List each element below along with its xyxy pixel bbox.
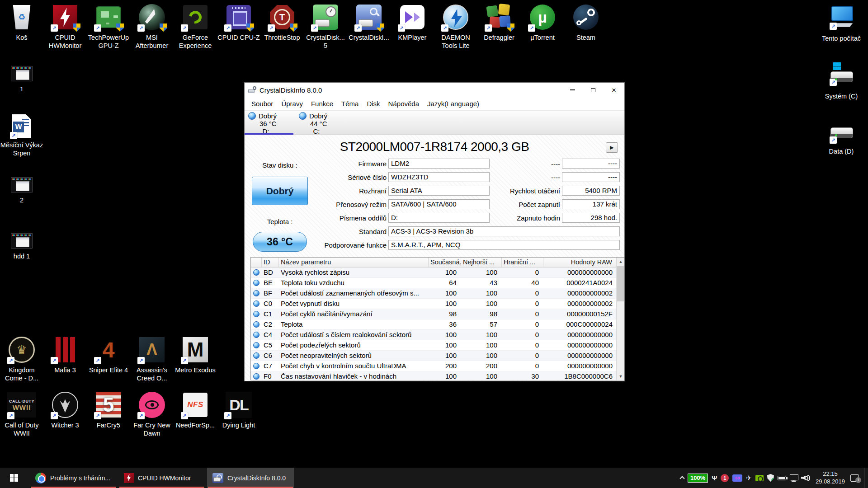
desktop-icon-witcher3[interactable]: ↗ Witcher 3 — [43, 390, 87, 429]
start-button[interactable] — [0, 468, 28, 488]
msi-afterburner-tray-icon[interactable]: ✈ — [746, 474, 752, 482]
desktop-icon-gpuz[interactable]: ↗ TechPowerUp GPU-Z — [87, 3, 130, 50]
desktop-icon-farcry-new-dawn[interactable]: ↗ Far Cry New Dawn — [130, 390, 174, 437]
menu-upravy[interactable]: Úpravy — [277, 98, 307, 109]
power-plug-icon[interactable]: Ψ — [712, 474, 717, 482]
smart-table-row[interactable]: C5 Počet podezřelých sektorů 100 100 0 0… — [251, 340, 616, 351]
table-scrollbar[interactable]: ▲ ▼ — [616, 258, 624, 380]
attr-raw: 000000000000 — [543, 330, 616, 340]
col-id[interactable]: ID — [262, 258, 279, 267]
maximize-button[interactable] — [583, 83, 604, 97]
defender-shield-icon[interactable]: ✓ — [767, 474, 774, 482]
tab-temp: 36 °C — [259, 120, 295, 127]
desktop-icon-cod-wwii[interactable]: CALL·DUTYWWII ↗ Call of Duty WWII — [0, 390, 43, 437]
desktop-icon-utorrent[interactable]: µ ↗ µTorrent — [521, 3, 564, 42]
smart-table-row[interactable]: BF Počet událostí zaznamenaných otřesový… — [251, 288, 616, 299]
desktop-icon-this-pc[interactable]: ↗ Tento počítač — [816, 4, 866, 42]
col-raw[interactable]: Hodnoty RAW — [543, 258, 616, 267]
desktop-icon-daemon-tools[interactable]: ↗ DAEMON Tools Lite — [434, 3, 477, 50]
taskbar-item-hwmonitor[interactable]: CPUID HWMonitor — [118, 468, 205, 488]
attr-threshold: 0 — [502, 330, 543, 340]
col-current[interactable]: Současná... — [429, 258, 461, 267]
desktop-icon-crystaldiskmark[interactable]: ↗ CrystalDisk... 5 — [304, 3, 347, 50]
menu-jazyk[interactable]: Jazyk(Language) — [423, 98, 483, 109]
status-orb-icon — [253, 311, 259, 317]
hidden-icons-chevron-icon[interactable] — [679, 476, 684, 481]
desktop-icon-hdd1[interactable]: hdd 1 — [0, 231, 43, 260]
desktop-icon-word-doc[interactable]: W ↗ Měsíční Výkaz Srpen — [0, 113, 43, 157]
smart-table-row[interactable]: C2 Teplota 36 57 0 000C00000024 — [251, 319, 616, 330]
battery-icon[interactable] — [778, 476, 786, 480]
smart-table-row[interactable]: F0 Čas nastavování hlaviček - v hodinách… — [251, 371, 616, 380]
taskbar-clock[interactable]: 22:15 29.08.2019 — [814, 470, 847, 486]
desktop-icon-farcry5[interactable]: 5 ↗ FarCry5 — [87, 390, 130, 429]
icon-label: 2 — [0, 196, 43, 204]
desktop-icon-system-c[interactable]: ↗ Systém (C) — [816, 61, 866, 100]
desktop-icon-steam[interactable]: Steam — [564, 3, 608, 42]
smart-table-row[interactable]: C1 Počet cyklů načítání/vymazání 98 98 0… — [251, 309, 616, 319]
desktop-icon-screenshot-1[interactable]: 1 — [0, 64, 43, 93]
desktop-icon-crystaldiskinfo[interactable]: ↗ CrystalDiskI... — [347, 3, 391, 42]
desktop-icon-throttlestop[interactable]: T ↗ ThrottleStop — [260, 3, 304, 42]
health-orb-icon — [248, 112, 256, 120]
scrollbar-thumb[interactable] — [617, 266, 624, 301]
smart-table-row[interactable]: C0 Počet vypnutí disku 100 100 0 0000000… — [251, 299, 616, 309]
desktop-icon-hwmonitor[interactable]: ↗ CPUID HWMonitor — [43, 3, 87, 50]
disk-tab-c[interactable]: Dobrý 44 °C C: — [295, 111, 346, 135]
smart-table-row[interactable]: BD Vysoká rychlost zápisu 100 100 0 0000… — [251, 267, 616, 278]
attr-name: Teplota toku vzduchu — [279, 278, 429, 288]
col-name[interactable]: Název parametru — [279, 258, 429, 267]
nvidia-tray-icon[interactable] — [755, 475, 764, 481]
desktop-icon-data-d[interactable]: ↗ Data (D) — [816, 123, 866, 155]
col-worst[interactable]: Nejhorší ... — [461, 258, 502, 267]
desktop-icon-msi-afterburner[interactable]: ↗ MSI Afterburner — [130, 3, 174, 50]
icon-label: Sniper Elite 4 — [87, 366, 130, 374]
desktop-icon-nfs[interactable]: NFS ↗ NeedForSp... — [174, 390, 217, 429]
scroll-down-icon[interactable]: ▼ — [617, 372, 624, 380]
field-row: Sériové číslo WDZHZ3TD — [312, 170, 490, 184]
action-center-icon[interactable]: 1 — [850, 474, 860, 482]
minimize-button[interactable] — [562, 83, 583, 97]
field-label: Standard — [312, 228, 388, 235]
desktop-icon-assassins-creed[interactable]: Λ ↗ Assassin's Creed O... — [130, 335, 174, 382]
desktop-icon-defraggler[interactable]: ↗ Defraggler — [477, 3, 521, 42]
fps-counter-icon[interactable]: 60 — [732, 474, 742, 482]
scroll-up-icon[interactable]: ▲ — [617, 258, 624, 265]
network-icon[interactable] — [790, 474, 797, 482]
menu-disk[interactable]: Disk — [363, 98, 384, 109]
attr-current: 100 — [429, 351, 461, 361]
col-threshold[interactable]: Hraniční ... — [502, 258, 543, 267]
disk-tab-d[interactable]: Dobrý 36 °C D: — [245, 111, 295, 135]
health-status-button[interactable]: Dobrý — [252, 177, 308, 205]
desktop-icon-cpuz[interactable]: ↗ CPUID CPU-Z — [217, 3, 260, 42]
desktop-icon-dying-light[interactable]: DL ↗ Dying Light — [217, 390, 260, 429]
desktop-icon-sniper-elite4[interactable]: 4 ↗ Sniper Elite 4 — [87, 335, 130, 374]
smart-table-row[interactable]: C4 Počet událostí s číslem realokování s… — [251, 330, 616, 340]
battery-percent-badge[interactable]: 100% — [688, 474, 708, 483]
smart-table-row[interactable]: BE Teplota toku vzduchu 64 43 40 0000241… — [251, 278, 616, 288]
menu-napoveda[interactable]: Nápověda — [384, 98, 423, 109]
desktop-icon-kingdom-come[interactable]: ♛ ↗ Kingdom Come - D... — [0, 335, 43, 382]
desktop-icon-mafia3[interactable]: ↗ Mafia 3 — [43, 335, 87, 374]
menu-tema[interactable]: Téma — [337, 98, 363, 109]
window-titlebar[interactable]: CrystalDiskInfo 8.0.0 × — [245, 83, 624, 97]
taskbar-item-crystaldiskinfo[interactable]: CrystalDiskInfo 8.0.0 — [207, 468, 294, 488]
graph-button[interactable]: ▶ — [606, 142, 618, 153]
health-orb-icon — [299, 112, 307, 120]
desktop-icon-metro-exodus[interactable]: M ↗ Metro Exodus — [174, 335, 217, 374]
taskbar-item-chrome[interactable]: Problémy s trháním... — [30, 468, 117, 488]
smart-table-row[interactable]: C7 Počet chyb v kontrolním součtu UltraD… — [251, 361, 616, 371]
desktop-icon-recycle-bin[interactable]: ♻ Koš — [0, 3, 43, 42]
temperature-button[interactable]: 36 °C — [253, 232, 307, 252]
volume-icon[interactable] — [801, 474, 810, 482]
desktop-icon-kmplayer[interactable]: ↗ KMPlayer — [391, 3, 434, 42]
menu-funkce[interactable]: Funkce — [307, 98, 337, 109]
field-value: 137 krát — [562, 199, 620, 209]
show-desktop-button[interactable] — [864, 468, 867, 488]
adblock-icon[interactable]: 1 — [721, 474, 729, 482]
close-button[interactable]: × — [604, 83, 624, 97]
desktop-icon-geforce-experience[interactable]: ↗ GeForce Experience — [174, 3, 217, 50]
desktop-icon-screenshot-2[interactable]: 2 — [0, 175, 43, 204]
menu-soubor[interactable]: Soubor — [247, 98, 277, 109]
smart-table-row[interactable]: C6 Počet neopravitelných sektorů 100 100… — [251, 351, 616, 361]
